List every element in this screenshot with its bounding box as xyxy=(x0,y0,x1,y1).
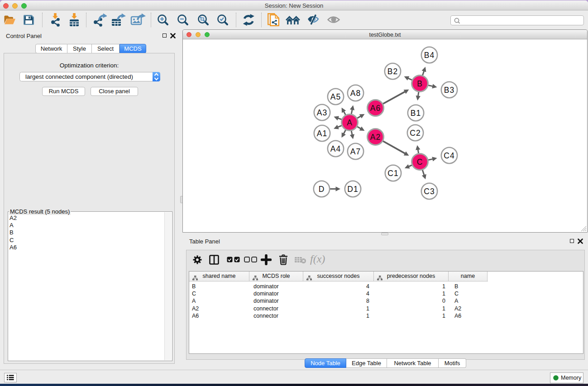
svg-text:C: C xyxy=(416,157,423,166)
svg-text:A6: A6 xyxy=(370,103,380,112)
svg-text:A1: A1 xyxy=(316,129,327,138)
svg-text:B3: B3 xyxy=(444,85,454,94)
svg-text:A4: A4 xyxy=(330,144,340,153)
svg-text:D: D xyxy=(318,184,325,193)
svg-text:B2: B2 xyxy=(387,67,397,76)
svg-text:B4: B4 xyxy=(424,50,434,59)
svg-text:C3: C3 xyxy=(424,186,435,195)
svg-text:A8: A8 xyxy=(350,88,360,97)
svg-text:A3: A3 xyxy=(316,108,327,117)
svg-text:C2: C2 xyxy=(410,128,421,137)
svg-text:C4: C4 xyxy=(444,151,454,160)
svg-text:D1: D1 xyxy=(347,184,358,193)
svg-text:B1: B1 xyxy=(410,108,421,117)
svg-text:A2: A2 xyxy=(370,132,380,141)
svg-text:A5: A5 xyxy=(330,92,340,101)
svg-text:A7: A7 xyxy=(350,147,360,156)
svg-text:B: B xyxy=(417,79,423,88)
svg-text:A: A xyxy=(347,118,353,127)
svg-text:C1: C1 xyxy=(387,168,398,177)
